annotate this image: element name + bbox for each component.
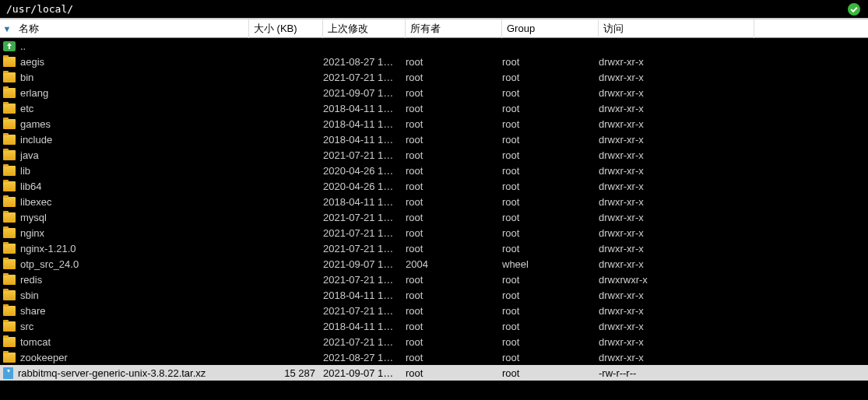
file-date: 2018-04-11 1…	[323, 103, 406, 114]
file-row[interactable]: lib2020-04-26 1…rootrootdrwxr-xr-x	[0, 163, 868, 178]
file-permissions: drwxrwxr-x	[599, 274, 754, 286]
file-owner: root	[406, 181, 502, 192]
folder-icon	[3, 197, 16, 207]
folder-icon	[3, 135, 16, 145]
file-owner: root	[406, 289, 502, 301]
column-header-perm[interactable]: 访问	[599, 19, 754, 38]
file-row[interactable]: games2018-04-11 1…rootrootdrwxr-xr-x	[0, 116, 868, 132]
file-name: otp_src_24.0	[20, 258, 79, 270]
file-group: root	[502, 149, 599, 161]
file-permissions: drwxr-xr-x	[599, 227, 754, 239]
file-group: root	[502, 134, 599, 146]
file-name: tomcat	[20, 336, 51, 348]
folder-icon	[3, 353, 16, 363]
column-header-size[interactable]: 大小 (KB)	[249, 19, 323, 38]
file-row[interactable]: otp_src_24.02021-09-07 1…2004wheeldrwxr-…	[0, 256, 868, 272]
file-date: 2021-09-07 1…	[323, 258, 406, 270]
file-group: root	[502, 87, 599, 99]
file-permissions: drwxr-xr-x	[599, 149, 754, 161]
file-row[interactable]: redis2021-07-21 1…rootrootdrwxrwxr-x	[0, 272, 868, 287]
file-group: root	[502, 118, 599, 130]
file-owner: root	[406, 196, 502, 208]
file-permissions: drwxr-xr-x	[599, 72, 754, 83]
file-date: 2018-04-11 1…	[323, 289, 406, 301]
file-date: 2021-07-21 1…	[323, 212, 406, 223]
file-name: mysql	[20, 212, 47, 223]
file-owner: 2004	[406, 258, 502, 270]
folder-icon	[3, 228, 16, 238]
file-group: root	[502, 336, 599, 348]
file-permissions: drwxr-xr-x	[599, 181, 754, 192]
file-owner: root	[406, 212, 502, 223]
folder-icon	[3, 259, 16, 269]
file-row[interactable]: tomcat2021-07-21 1…rootrootdrwxr-xr-x	[0, 334, 868, 349]
column-header-name[interactable]: 名称	[14, 19, 249, 38]
connection-status-icon	[848, 3, 860, 16]
file-name: rabbitmq-server-generic-unix-3.8.22.tar.…	[18, 367, 206, 379]
file-row[interactable]: erlang2021-09-07 1…rootrootdrwxr-xr-x	[0, 85, 868, 100]
file-name: lib64	[20, 181, 41, 192]
file-row[interactable]: include2018-04-11 1…rootrootdrwxr-xr-x	[0, 132, 868, 147]
folder-icon	[3, 306, 16, 316]
file-date: 2018-04-11 1…	[323, 196, 406, 208]
column-header-modified[interactable]: 上次修改	[323, 19, 406, 38]
folder-icon	[3, 321, 16, 332]
folder-icon	[3, 119, 16, 129]
file-date: 2020-04-26 1…	[323, 165, 406, 177]
file-group: root	[502, 72, 599, 83]
file-group: root	[502, 103, 599, 114]
file-permissions: drwxr-xr-x	[599, 134, 754, 146]
file-owner: root	[406, 305, 502, 317]
file-name: redis	[20, 274, 42, 286]
file-date: 2021-08-27 1…	[323, 352, 406, 363]
file-permissions: drwxr-xr-x	[599, 118, 754, 130]
file-row[interactable]: rabbitmq-server-generic-unix-3.8.22.tar.…	[0, 365, 868, 381]
file-owner: root	[406, 134, 502, 146]
file-row[interactable]: etc2018-04-11 1…rootrootdrwxr-xr-x	[0, 100, 868, 116]
file-row[interactable]: libexec2018-04-11 1…rootrootdrwxr-xr-x	[0, 194, 868, 209]
file-row[interactable]: nginx2021-07-21 1…rootrootdrwxr-xr-x	[0, 225, 868, 240]
file-size: 15 287	[249, 367, 323, 379]
file-permissions: drwxr-xr-x	[599, 103, 754, 114]
file-name: bin	[20, 72, 33, 83]
column-header-group[interactable]: Group	[502, 20, 599, 37]
file-permissions: drwxr-xr-x	[599, 165, 754, 177]
file-name: aegis	[20, 56, 44, 68]
folder-icon	[3, 88, 16, 98]
file-row[interactable]: nginx-1.21.02021-07-21 1…rootrootdrwxr-x…	[0, 240, 868, 256]
file-permissions: drwxr-xr-x	[599, 289, 754, 301]
file-row[interactable]: mysql2021-07-21 1…rootrootdrwxr-xr-x	[0, 209, 868, 225]
file-permissions: drwxr-xr-x	[599, 243, 754, 254]
file-owner: root	[406, 118, 502, 130]
file-date: 2021-08-27 1…	[323, 56, 406, 68]
file-group: root	[502, 274, 599, 286]
file-row[interactable]: java2021-07-21 1…rootrootdrwxr-xr-x	[0, 147, 868, 163]
file-group: root	[502, 212, 599, 223]
column-header-owner[interactable]: 所有者	[406, 19, 502, 38]
expand-toggle-icon[interactable]: ▼	[0, 24, 14, 33]
file-owner: root	[406, 243, 502, 254]
file-date: 2020-04-26 1…	[323, 181, 406, 192]
file-permissions: -rw-r--r--	[599, 367, 754, 379]
file-group: root	[502, 305, 599, 317]
file-permissions: drwxr-xr-x	[599, 56, 754, 68]
current-path: /usr/local/	[6, 3, 73, 15]
folder-icon	[3, 150, 16, 160]
file-permissions: drwxr-xr-x	[599, 321, 754, 332]
file-date: 2021-07-21 1…	[323, 274, 406, 286]
file-row[interactable]: lib642020-04-26 1…rootrootdrwxr-xr-x	[0, 178, 868, 194]
file-row[interactable]: sbin2018-04-11 1…rootrootdrwxr-xr-x	[0, 287, 868, 303]
file-row[interactable]: bin2021-07-21 1…rootrootdrwxr-xr-x	[0, 69, 868, 85]
file-owner: root	[406, 149, 502, 161]
folder-icon	[3, 57, 16, 67]
file-row[interactable]: src2018-04-11 1…rootrootdrwxr-xr-x	[0, 318, 868, 334]
file-row[interactable]: share2021-07-21 1…rootrootdrwxr-xr-x	[0, 303, 868, 318]
file-group: root	[502, 352, 599, 363]
file-group: root	[502, 56, 599, 68]
file-name: nginx	[20, 227, 44, 239]
path-bar[interactable]: /usr/local/	[0, 0, 868, 19]
file-group: root	[502, 321, 599, 332]
file-row[interactable]: aegis2021-08-27 1…rootrootdrwxr-xr-x	[0, 54, 868, 69]
file-row[interactable]: zookeeper2021-08-27 1…rootrootdrwxr-xr-x	[0, 349, 868, 365]
parent-dir-row[interactable]: ..	[0, 38, 868, 54]
